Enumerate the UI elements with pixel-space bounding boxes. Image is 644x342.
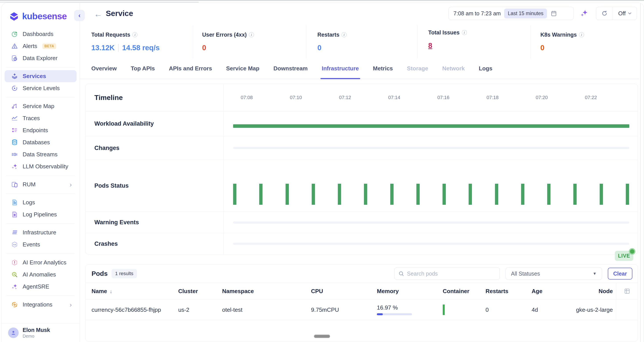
sidebar-item-infrastructure[interactable]: Infrastructure [4,226,76,238]
sidebar-item-agentsre[interactable]: AgentSRE [4,281,76,293]
col-namespace[interactable]: Namespace [222,288,311,295]
timeline-row-crashes: Crashes [86,233,638,254]
info-icon[interactable]: i [342,32,346,37]
stat-label: Total Requests [91,31,130,38]
sidebar-item-llm-observability[interactable]: LLM Observability [4,161,76,172]
sidebar-item-alerts[interactable]: Alerts BETA [4,40,76,52]
tab-downstream[interactable]: Downstream [274,58,308,79]
sidebar-item-label: Service Map [22,103,54,110]
stat-value-link[interactable]: 8 [428,41,432,50]
sidebar-item-ai-anomalies[interactable]: AI Anomalies [4,269,76,281]
sidebar-item-label: Log Pipelines [22,211,57,218]
tab-logs[interactable]: Logs [479,58,492,79]
memory-percent: 16.97 % [377,304,443,311]
stat-value: 0 [202,44,206,52]
vertical-scrollbar[interactable] [640,3,641,342]
sidebar-item-ai-error-analytics[interactable]: AI Error Analytics [4,257,76,269]
sidebar-item-service-levels[interactable]: Service Levels [4,82,76,94]
col-age[interactable]: Age [532,288,571,295]
col-container[interactable]: Container [443,288,486,295]
tab-top-apis[interactable]: Top APIs [131,58,155,79]
info-icon[interactable]: i [132,32,138,37]
sidebar-item-dashboards[interactable]: Dashboards [4,28,76,40]
tab-apis-and-errors[interactable]: APIs and Errors [169,58,212,79]
sort-desc-icon[interactable]: ↓ [110,288,112,294]
time-preset-chip[interactable]: Last 15 minutes [504,8,547,18]
container-status-bar[interactable] [443,305,445,315]
cell-pod-name[interactable]: currency-56c7b66855-fhjpp [92,307,178,313]
auto-refresh-toggle[interactable]: Off [613,10,637,17]
calendar-icon[interactable] [550,10,557,17]
logo[interactable]: kubesense [2,3,80,21]
timeline-row-pods-status: Pods Status [86,160,638,211]
crashes-track [233,243,629,245]
column-settings-button[interactable] [616,283,638,300]
pod-status-bar [338,184,341,205]
network-nodes-icon [11,103,18,110]
tab-infrastructure[interactable]: Infrastructure [322,58,359,79]
tab-overview[interactable]: Overview [91,58,117,79]
sidebar-item-data-explorer[interactable]: Data Explorer [4,52,76,64]
col-cluster[interactable]: Cluster [178,288,222,295]
cell-age: 4d [532,307,571,313]
clear-button[interactable]: Clear [608,268,632,280]
timeline-row-warning-events: Warning Events [86,211,638,233]
refresh-button[interactable] [596,7,613,20]
search-input[interactable] [407,271,496,277]
pods-status-bars[interactable] [233,184,629,205]
stat-k8s-warnings: K8s Warnings i 0 [540,31,584,52]
sidebar-item-databases[interactable]: Databases [4,136,76,149]
col-restarts[interactable]: Restarts [486,288,532,295]
time-range-picker[interactable]: 7:08 am to 7:23 am Last 15 minutes [448,7,574,20]
sidebar-item-logs[interactable]: Logs [4,196,76,208]
target-icon [11,85,18,92]
live-label: LIVE [618,253,630,259]
table-row[interactable]: currency-56c7b66855-fhjpp us-2 otel-test… [86,300,638,320]
tab-service-map[interactable]: Service Map [226,58,260,79]
divider [6,253,75,254]
col-cpu[interactable]: CPU [311,288,377,295]
sidebar-item-log-pipelines[interactable]: Log Pipelines [4,208,76,220]
sidebar-item-rum[interactable]: RUM › [4,178,76,190]
page-title: Service [106,9,133,18]
dropdown-caret-icon: ▼ [593,271,596,276]
sidebar-item-data-streams[interactable]: Data Streams [4,149,76,161]
sidebar-item-traces[interactable]: Traces [4,112,76,124]
kubesense-logo-icon [9,11,19,21]
orbit-icon [11,301,18,309]
timeline-axis: 07:08 07:10 07:12 07:14 07:16 07:18 07:2… [224,84,638,111]
stat-value: 0 [318,44,321,52]
avatar [8,328,19,338]
info-icon[interactable]: i [579,32,584,37]
stat-value: 13.12K [91,44,114,52]
sidebar-item-integrations[interactable]: Integrations › [4,299,76,311]
workload-availability-bar[interactable] [233,124,629,128]
sidebar-item-label: Service Levels [22,85,60,92]
info-icon[interactable]: i [462,30,467,35]
stat-label: Restarts [318,31,339,38]
status-filter-value: All Statuses [511,271,540,277]
sidebar-item-endpoints[interactable]: Endpoints [4,124,76,136]
col-name[interactable]: Name↓ [92,288,178,295]
tab-metrics[interactable]: Metrics [373,58,393,79]
ai-assistant-button[interactable] [578,8,590,19]
sidebar-item-label: Endpoints [22,127,48,134]
stat-total-issues: Total Issues i 8 [428,29,467,50]
col-node[interactable]: Node [571,288,616,295]
cell-restarts: 0 [486,307,532,313]
panel-resize-handle[interactable] [314,335,330,338]
pod-status-bar [573,184,576,205]
info-icon[interactable]: i [249,32,254,37]
sidebar-item-events[interactable]: K8 Events [4,238,76,251]
pie-chart-icon [11,30,18,38]
col-memory[interactable]: Memory [377,288,443,295]
status-filter-dropdown[interactable]: All Statuses ▼ [506,267,602,280]
back-arrow-icon[interactable]: ← [94,9,102,19]
sidebar-item-service-map[interactable]: Service Map [4,100,76,112]
divider [6,223,75,224]
sidebar-item-services[interactable]: Services [4,70,76,82]
user-profile[interactable]: Elon Musk Demo [2,323,80,342]
divider [118,44,118,52]
sidebar-collapse-button[interactable]: ‹ [74,10,84,21]
divider [530,25,530,58]
